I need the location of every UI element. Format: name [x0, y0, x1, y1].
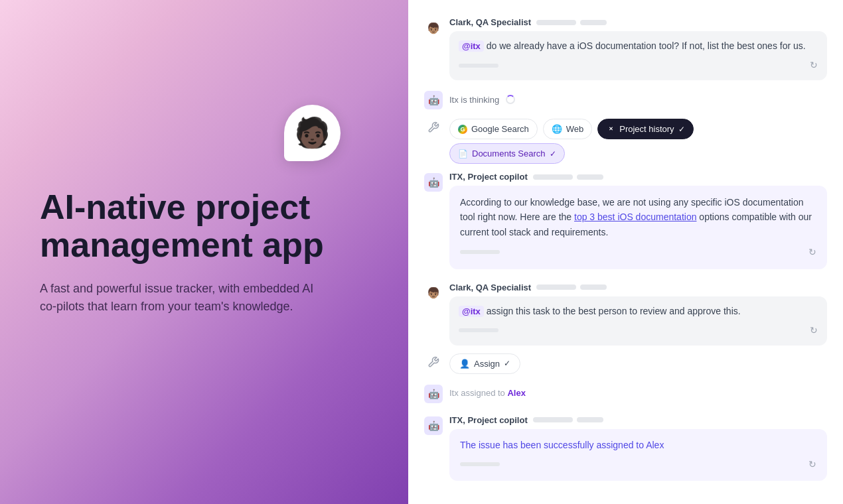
- tool-icon-area-1: [424, 121, 443, 133]
- chip-label-web: Web: [566, 124, 584, 134]
- chat-container: 👦🏽 Clark, QA Specialist @itx do we alrea…: [408, 0, 843, 498]
- sender-name-1: Clark, QA Specialist: [449, 17, 531, 27]
- message-text-2: assign this task to the best person to r…: [487, 306, 741, 316]
- system-middle: assigned to: [459, 388, 508, 398]
- header-skeleton-1: [536, 20, 607, 25]
- globe-icon: 🌐: [552, 124, 562, 134]
- chip-label-google: Google Search: [471, 124, 529, 134]
- system-highlight: Alex: [507, 388, 525, 398]
- user-avatar-1: 👦🏽: [424, 19, 443, 37]
- chip-web[interactable]: 🌐 Web: [543, 119, 593, 139]
- bot-avatar-thinking: 🤖: [424, 91, 443, 109]
- message-header-1: Clark, QA Specialist: [449, 17, 827, 27]
- bot-message-row-2: 🤖 ITX, Project copilot The issue has bee…: [408, 411, 843, 485]
- tool-row-1: G Google Search 🌐 Web ✕ Project history …: [408, 115, 843, 143]
- bot-avatar-system: 🤖: [424, 385, 443, 403]
- success-bubble-footer: ↻: [460, 458, 816, 472]
- message-content-1: Clark, QA Specialist @itx do we already …: [449, 17, 827, 80]
- skeleton-bar: [577, 417, 603, 422]
- tool-chips-2: 📄 Documents Search ✓: [449, 143, 565, 164]
- message-header-2: Clark, QA Specialist: [449, 283, 827, 292]
- bot-message-content-2: ITX, Project copilot The issue has been …: [449, 415, 827, 481]
- thinking-text: Itx is thinking: [449, 95, 499, 105]
- chip-project-history[interactable]: ✕ Project history ✓: [597, 119, 693, 139]
- right-panel[interactable]: 👦🏽 Clark, QA Specialist @itx do we alrea…: [408, 0, 843, 504]
- doc-icon: 📄: [458, 149, 468, 158]
- bot-bubble-skeleton: [460, 250, 500, 254]
- success-bubble: The issue has been successfully assigned…: [449, 429, 827, 481]
- tools-icon: [427, 121, 439, 133]
- bubble-skeleton: [459, 64, 498, 68]
- project-icon: ✕: [606, 125, 615, 134]
- sender-name-2: Clark, QA Specialist: [449, 283, 531, 292]
- check-icon-docs: ✓: [550, 149, 556, 158]
- chip-google-search[interactable]: G Google Search: [449, 119, 538, 139]
- mention-tag-1: @itx: [459, 40, 484, 52]
- chip-label-project: Project history: [619, 124, 674, 134]
- bubble-footer-2: ↻: [459, 324, 818, 338]
- bot-header-skeleton-1: [533, 174, 603, 180]
- success-bubble-skeleton: [460, 462, 500, 466]
- success-text: The issue has been successfully assigned…: [460, 440, 664, 450]
- assign-tool-icon-area: [424, 356, 443, 368]
- header-skeleton-2: [536, 284, 607, 290]
- bot-message-header-2: ITX, Project copilot: [449, 415, 827, 425]
- bot-message-header-1: ITX, Project copilot: [449, 172, 827, 182]
- refresh-icon-2[interactable]: ↻: [810, 324, 818, 338]
- google-g-icon: G: [458, 125, 467, 134]
- bot-avatar-2: 🤖: [424, 416, 443, 435]
- chip-label-docs: Documents Search: [472, 149, 546, 158]
- check-icon-project: ✓: [678, 125, 685, 134]
- bot-header-skeleton-2: [533, 417, 603, 422]
- check-icon-assign: ✓: [504, 359, 510, 368]
- bot-sender-name-1: ITX, Project copilot: [449, 172, 528, 182]
- thinking-spinner: [506, 95, 515, 104]
- main-title: AI-native project management app: [40, 188, 358, 264]
- thinking-row: 🤖 Itx is thinking: [408, 84, 843, 115]
- tool-row-2: 📄 Documents Search ✓: [408, 143, 843, 168]
- bubble-footer-1: ↻: [459, 58, 818, 72]
- assign-icon: 👤: [459, 359, 470, 369]
- skeleton-bar: [577, 174, 603, 180]
- refresh-icon-success[interactable]: ↻: [808, 458, 816, 472]
- user-bubble-2: @itx assign this task to the best person…: [449, 296, 827, 346]
- bubble-skeleton-2: [459, 328, 498, 332]
- assign-tool-row: 👤 Assign ✓: [408, 349, 843, 378]
- avatar-bubble: 🧑🏿: [284, 105, 341, 161]
- bot-bubble-1: According to our knowledge base, we are …: [449, 186, 827, 269]
- bot-message-row-1: 🤖 ITX, Project copilot According to our …: [408, 168, 843, 273]
- assign-chip-area: 👤 Assign ✓: [449, 353, 520, 374]
- avatar-emoji: 🧑🏿: [294, 115, 331, 150]
- refresh-icon-bot-1[interactable]: ↻: [808, 245, 816, 259]
- bot-sender-name-2: ITX, Project copilot: [449, 415, 528, 425]
- skeleton-bar: [580, 284, 607, 290]
- assign-tools-icon: [427, 356, 439, 368]
- tool-chips-1: G Google Search 🌐 Web ✕ Project history …: [449, 119, 694, 139]
- bot-message-content-1: ITX, Project copilot According to our kn…: [449, 172, 827, 269]
- refresh-icon-1[interactable]: ↻: [810, 58, 818, 72]
- skeleton-bar: [536, 20, 576, 25]
- skeleton-bar: [533, 417, 573, 422]
- main-subtitle: A fast and powerful issue tracker, with …: [40, 280, 319, 316]
- skeleton-bar: [533, 174, 573, 180]
- system-row: 🤖 Itx assigned to Alex: [408, 378, 843, 409]
- user-bubble-1: @itx do we already have a iOS documentat…: [449, 31, 827, 80]
- chip-documents-search[interactable]: 📄 Documents Search ✓: [449, 143, 565, 164]
- bot-link-1[interactable]: top 3 best iOS documentation: [574, 212, 696, 222]
- bot-avatar-1: 🤖: [424, 173, 443, 192]
- user-avatar-2: 👦🏽: [424, 284, 443, 302]
- left-panel: 🧑🏿 AI-native project management app A fa…: [0, 0, 408, 504]
- bot-bubble-footer-1: ↻: [460, 245, 816, 259]
- message-text-1: do we already have a iOS documentation t…: [487, 40, 806, 51]
- message-row-2: 👦🏽 Clark, QA Specialist @itx assign this…: [408, 279, 843, 349]
- avatar-container: 🧑🏿: [282, 99, 342, 166]
- system-text: Itx assigned to Alex: [449, 388, 526, 398]
- assign-chip[interactable]: 👤 Assign ✓: [449, 353, 520, 374]
- mention-tag-2: @itx: [459, 306, 484, 317]
- assign-label: Assign: [474, 359, 500, 369]
- skeleton-bar: [580, 20, 607, 25]
- message-content-2: Clark, QA Specialist @itx assign this ta…: [449, 283, 827, 346]
- skeleton-bar: [536, 284, 576, 290]
- message-row: 👦🏽 Clark, QA Specialist @itx do we alrea…: [408, 13, 843, 84]
